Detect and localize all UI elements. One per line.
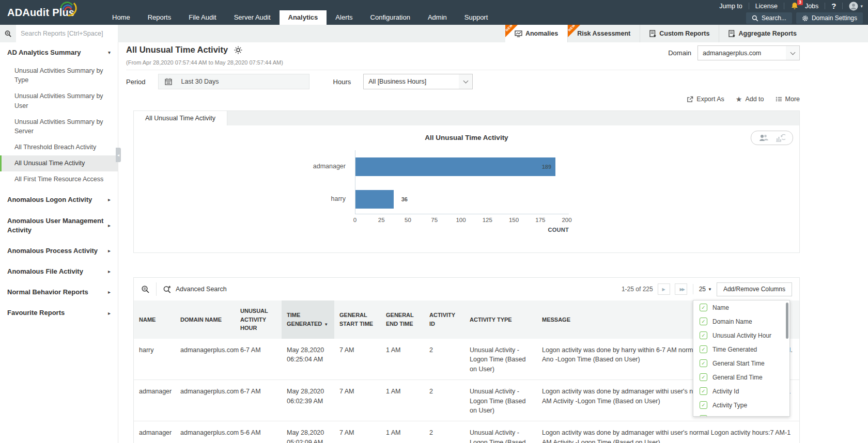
tab-anomalies[interactable]: NEW Anomalies bbox=[505, 25, 567, 42]
nav-server-audit[interactable]: Server Audit bbox=[225, 10, 280, 25]
domain-settings-button[interactable]: Domain Settings bbox=[796, 12, 863, 24]
sidebar-item-unusual-summary-type[interactable]: Unusual Activities Summary by Type bbox=[0, 63, 118, 88]
sidebar-section-anomalous-file[interactable]: Anomalous File Activity ▸ bbox=[0, 261, 118, 282]
page-size-select[interactable]: 25 ▼ bbox=[699, 286, 712, 293]
cell-unusual-hour: 6-7 AM bbox=[235, 379, 282, 421]
help-button[interactable]: ? bbox=[831, 2, 836, 10]
account-button[interactable]: ▾ bbox=[849, 2, 863, 11]
column-chooser-item-general-end-time[interactable]: General End Time bbox=[693, 370, 789, 384]
sidebar-item-all-first-time-access[interactable]: All First Time Resource Access bbox=[0, 171, 118, 187]
checkbox-checked-icon[interactable] bbox=[700, 345, 707, 353]
export-label: Export As bbox=[696, 96, 724, 103]
sidebar-item-unusual-summary-server[interactable]: Unusual Activities Summary by Server bbox=[0, 114, 118, 139]
domain-group: Domain admanagerplus.com bbox=[668, 45, 800, 60]
insight-bulb-icon[interactable] bbox=[234, 46, 242, 54]
sidebar-item-unusual-summary-user[interactable]: Unusual Activities Summary by User bbox=[0, 88, 118, 114]
export-as-button[interactable]: Export As bbox=[687, 96, 724, 103]
checkbox-checked-icon[interactable] bbox=[700, 387, 707, 395]
checkbox-checked-icon[interactable] bbox=[700, 373, 707, 381]
column-chooser-item-general-start-time[interactable]: General Start Time bbox=[693, 356, 789, 370]
table-row[interactable]: admanager admanagerplus.com 5-6 AM May 2… bbox=[134, 421, 799, 443]
jump-to-link[interactable]: Jump to bbox=[719, 3, 742, 10]
x-tick: 200 bbox=[562, 217, 571, 223]
checkbox-label: Name bbox=[712, 304, 729, 311]
global-search-button[interactable]: Search... bbox=[746, 12, 792, 24]
x-tick: 25 bbox=[378, 217, 385, 223]
cell-message: Logon activity was done by admanager wit… bbox=[537, 421, 799, 443]
sidebar-section-anomalous-process[interactable]: Anomalous Process Activity ▸ bbox=[0, 241, 118, 261]
nav-admin[interactable]: Admin bbox=[419, 10, 456, 25]
col-header-domain-name[interactable]: DOMAIN NAME bbox=[175, 300, 235, 339]
col-header-time-generated[interactable]: TIME GENERATED▼ bbox=[282, 300, 334, 339]
nav-configuration[interactable]: Configuration bbox=[362, 10, 419, 25]
col-header-name[interactable]: NAME bbox=[134, 300, 175, 339]
column-chooser-item-time-generated[interactable]: Time Generated bbox=[693, 342, 789, 356]
nav-alerts[interactable]: Alerts bbox=[327, 10, 361, 25]
period-label: Period bbox=[126, 78, 146, 86]
sidebar-item-all-threshold-breach[interactable]: All Threshold Breach Activity bbox=[0, 139, 118, 155]
section-label: AD Analytics Summary bbox=[7, 48, 81, 57]
caret-down-icon: ▾ bbox=[108, 49, 111, 56]
bar-admanager[interactable]: 189 bbox=[355, 157, 555, 176]
advanced-search-button[interactable]: Advanced Search bbox=[163, 285, 227, 294]
nav-file-audit[interactable]: File Audit bbox=[180, 10, 225, 25]
x-axis-line bbox=[355, 214, 569, 214]
add-to-button[interactable]: ★ Add to bbox=[736, 96, 764, 103]
tab-risk-assessment[interactable]: NEW Risk Assessment bbox=[567, 25, 640, 42]
checkbox-checked-icon[interactable] bbox=[700, 318, 707, 325]
checkbox-checked-icon[interactable] bbox=[700, 331, 707, 339]
domain-select[interactable]: admanagerplus.com bbox=[698, 45, 800, 60]
x-axis-label: COUNT bbox=[355, 227, 569, 233]
sidebar-section-anomalous-user-mgmt[interactable]: Anomalous User Management Activity ▸ bbox=[0, 211, 118, 241]
nav-home[interactable]: Home bbox=[103, 10, 139, 25]
sidebar-section-favourite-reports[interactable]: Favourite Reports ▸ bbox=[0, 303, 118, 323]
notifications-button[interactable]: 3 bbox=[791, 2, 799, 10]
report-search-input[interactable] bbox=[16, 30, 118, 37]
col-header-activity-id[interactable]: ACTIVITY ID bbox=[424, 300, 464, 339]
divider bbox=[126, 70, 800, 70]
last-page-button[interactable]: ▶▶ bbox=[675, 283, 687, 295]
col-header-unusual-activity-hour[interactable]: UNUSUAL ACTIVITY HOUR bbox=[235, 300, 282, 339]
sidebar-section-anomalous-logon[interactable]: Anomalous Logon Activity ▸ bbox=[0, 189, 118, 210]
nav-support[interactable]: Support bbox=[456, 10, 497, 25]
chart-body: All Unusual Time Activity bbox=[134, 125, 799, 252]
period-picker[interactable]: Last 30 Days bbox=[158, 74, 309, 89]
col-header-general-end-time[interactable]: GENERAL END TIME bbox=[381, 300, 424, 339]
next-page-button[interactable]: ▶ bbox=[658, 283, 670, 295]
checkbox-checked-icon[interactable] bbox=[700, 401, 707, 409]
more-button[interactable]: More bbox=[776, 96, 800, 103]
x-tick: 0 bbox=[353, 217, 357, 223]
tab-custom-reports[interactable]: Custom Reports bbox=[640, 25, 719, 42]
sidebar-section-normal-behavior[interactable]: Normal Behavior Reports ▸ bbox=[0, 282, 118, 303]
hours-value: All [Business Hours] bbox=[364, 78, 431, 85]
chart-tab-all-unusual-time[interactable]: All Unusual Time Activity bbox=[134, 111, 227, 125]
column-chooser-item-activity-id[interactable]: Activity Id bbox=[693, 384, 789, 398]
report-search bbox=[0, 25, 118, 42]
sidebar-collapse-handle[interactable]: ◂ bbox=[116, 148, 121, 162]
column-chooser-item-message[interactable]: Message bbox=[693, 412, 789, 417]
divider bbox=[842, 3, 843, 9]
license-link[interactable]: License bbox=[755, 3, 778, 10]
sidebar-section-ad-analytics-summary[interactable]: AD Analytics Summary ▾ bbox=[0, 42, 118, 63]
column-search-icon[interactable] bbox=[141, 285, 150, 294]
scrollbar-thumb[interactable] bbox=[786, 303, 788, 339]
app-logo[interactable]: ADAudit Plus bbox=[7, 0, 79, 25]
col-header-general-start-time[interactable]: GENERAL START TIME bbox=[334, 300, 381, 339]
hours-select[interactable]: All [Business Hours] bbox=[363, 74, 473, 89]
checkbox-label: Domain Name bbox=[712, 318, 752, 325]
add-remove-columns-button[interactable]: Add/Remove Columns bbox=[717, 282, 792, 296]
jobs-link[interactable]: Jobs bbox=[805, 3, 818, 10]
checkbox-checked-icon[interactable] bbox=[700, 304, 707, 311]
checkbox-checked-icon[interactable] bbox=[700, 359, 707, 367]
nav-reports[interactable]: Reports bbox=[139, 10, 180, 25]
sidebar-item-all-unusual-time[interactable]: All Unusual Time Activity bbox=[0, 155, 118, 171]
column-chooser-item-name[interactable]: Name bbox=[693, 300, 789, 314]
tab-aggregate-reports[interactable]: Aggregate Reports bbox=[719, 25, 806, 42]
bar-harry[interactable]: 36 bbox=[355, 190, 394, 209]
nav-analytics[interactable]: Analytics bbox=[280, 10, 327, 25]
checkbox-checked-icon[interactable] bbox=[700, 415, 707, 417]
column-chooser-item-unusual-activity-hour[interactable]: Unusual Activity Hour bbox=[693, 328, 789, 342]
column-chooser-item-activity-type[interactable]: Activity Type bbox=[693, 398, 789, 412]
col-header-activity-type[interactable]: ACTIVITY TYPE bbox=[464, 300, 537, 339]
column-chooser-item-domain-name[interactable]: Domain Name bbox=[693, 314, 789, 328]
